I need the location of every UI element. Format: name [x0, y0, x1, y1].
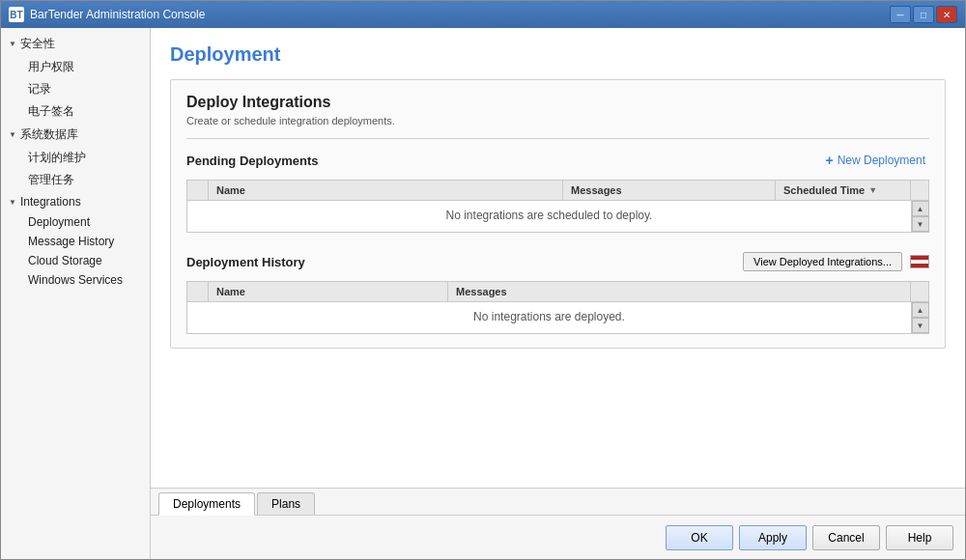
scrollbar-down-btn[interactable]: ▼ [912, 216, 929, 232]
title-bar-buttons: ─ □ ✕ [890, 6, 957, 23]
pending-scrollbar[interactable]: ▲ ▼ [911, 201, 928, 232]
section-heading: Deploy Integrations [186, 94, 929, 111]
hist-col-messages: Messages [448, 282, 911, 301]
flag-icon [910, 255, 929, 268]
sidebar-item-log[interactable]: 记录 [1, 78, 150, 100]
apply-button[interactable]: Apply [739, 525, 807, 550]
sidebar-group-db[interactable]: ▼ 系统数据库 [1, 123, 150, 147]
minimize-button[interactable]: ─ [890, 6, 911, 23]
pending-title-row: Pending Deployments + New Deployment [186, 151, 929, 170]
hist-col-checkbox [187, 282, 209, 301]
plus-icon: + [825, 153, 833, 168]
sidebar-group-integrations[interactable]: ▼ Integrations [1, 191, 150, 212]
title-bar: BT BarTender Administration Console ─ □ … [1, 1, 965, 28]
sidebar-item-tasks[interactable]: 管理任务 [1, 169, 150, 191]
sidebar-item-deployment[interactable]: Deployment [1, 212, 150, 232]
footer-buttons: OK Apply Cancel Help [151, 515, 965, 559]
history-title-row: Deployment History View Deployed Integra… [186, 252, 929, 271]
content-area: ▼ 安全性 用户权限 记录 电子签名 ▼ 系统数据库 计划的维护 管理任务 ▼ … [1, 28, 965, 559]
sidebar-item-esign[interactable]: 电子签名 [1, 100, 150, 123]
sidebar-item-maintenance[interactable]: 计划的维护 [1, 147, 150, 169]
sidebar-item-users[interactable]: 用户权限 [1, 56, 150, 78]
history-scrollbar[interactable]: ▲ ▼ [911, 302, 928, 333]
history-actions: View Deployed Integrations... [743, 252, 929, 271]
sidebar-item-message-history[interactable]: Message History [1, 232, 150, 251]
main-scroll-area: Deployment Deploy Integrations Create or… [151, 28, 965, 488]
pending-title: Pending Deployments [186, 154, 319, 168]
cancel-button[interactable]: Cancel [812, 525, 880, 550]
section-subtitle: Create or schedule integration deploymen… [186, 115, 929, 126]
tab-plans[interactable]: Plans [257, 492, 315, 515]
col-checkbox [187, 181, 209, 200]
new-deployment-button[interactable]: + New Deployment [821, 151, 929, 170]
history-table-data: No integrations are deployed. [187, 302, 911, 333]
pending-table: Name Messages Scheduled Time ▼ No integr… [186, 180, 929, 233]
hist-col-name: Name [209, 282, 448, 301]
help-button[interactable]: Help [886, 525, 953, 550]
main-window: BT BarTender Administration Console ─ □ … [0, 0, 966, 560]
hist-scrollbar-up-btn[interactable]: ▲ [912, 302, 929, 318]
sidebar-item-cloud-storage[interactable]: Cloud Storage [1, 251, 150, 270]
scrollbar-up-btn[interactable]: ▲ [912, 201, 929, 216]
window-title: BarTender Administration Console [30, 8, 205, 21]
main-content: Deployment Deploy Integrations Create or… [151, 28, 965, 559]
sidebar: ▼ 安全性 用户权限 记录 电子签名 ▼ 系统数据库 计划的维护 管理任务 ▼ … [1, 28, 151, 559]
maximize-button[interactable]: □ [913, 6, 934, 23]
col-messages: Messages [563, 181, 776, 200]
sidebar-group-label-integrations: Integrations [20, 195, 81, 209]
expand-icon-security: ▼ [9, 40, 16, 48]
pending-table-data: No integrations are scheduled to deploy. [187, 201, 911, 232]
hist-col-scroll [911, 282, 928, 301]
sidebar-group-label-security: 安全性 [20, 36, 55, 52]
pending-table-body-row: No integrations are scheduled to deploy.… [187, 201, 928, 232]
history-table-body-row: No integrations are deployed. ▲ ▼ [187, 302, 928, 333]
sort-arrow-icon: ▼ [868, 185, 877, 195]
deploy-integrations-container: Deploy Integrations Create or schedule i… [170, 79, 946, 349]
page-title: Deployment [170, 43, 946, 66]
col-scheduled: Scheduled Time ▼ [776, 181, 911, 200]
pending-empty-message: No integrations are scheduled to deploy. [187, 201, 911, 230]
close-button[interactable]: ✕ [936, 6, 957, 23]
bottom-tabs: Deployments Plans [151, 488, 965, 515]
divider [186, 138, 929, 139]
hist-scrollbar-down-btn[interactable]: ▼ [912, 318, 929, 333]
sidebar-group-security[interactable]: ▼ 安全性 [1, 32, 150, 56]
app-icon: BT [9, 7, 24, 22]
spacer [186, 233, 929, 252]
sidebar-group-label-db: 系统数据库 [20, 126, 78, 143]
history-empty-message: No integrations are deployed. [187, 302, 911, 331]
pending-table-header: Name Messages Scheduled Time ▼ [187, 181, 928, 201]
history-table: Name Messages No integrations are deploy… [186, 281, 929, 334]
expand-icon-db: ▼ [9, 130, 16, 139]
expand-icon-integrations: ▼ [9, 198, 16, 207]
view-deployed-button[interactable]: View Deployed Integrations... [743, 252, 902, 271]
col-name: Name [209, 181, 563, 200]
title-bar-left: BT BarTender Administration Console [9, 7, 205, 22]
history-title: Deployment History [186, 255, 305, 269]
col-scroll [911, 181, 928, 200]
tab-deployments[interactable]: Deployments [158, 492, 255, 516]
ok-button[interactable]: OK [666, 525, 733, 550]
history-table-header: Name Messages [187, 282, 928, 302]
sidebar-item-windows-services[interactable]: Windows Services [1, 270, 150, 290]
new-deployment-label: New Deployment [838, 154, 925, 167]
